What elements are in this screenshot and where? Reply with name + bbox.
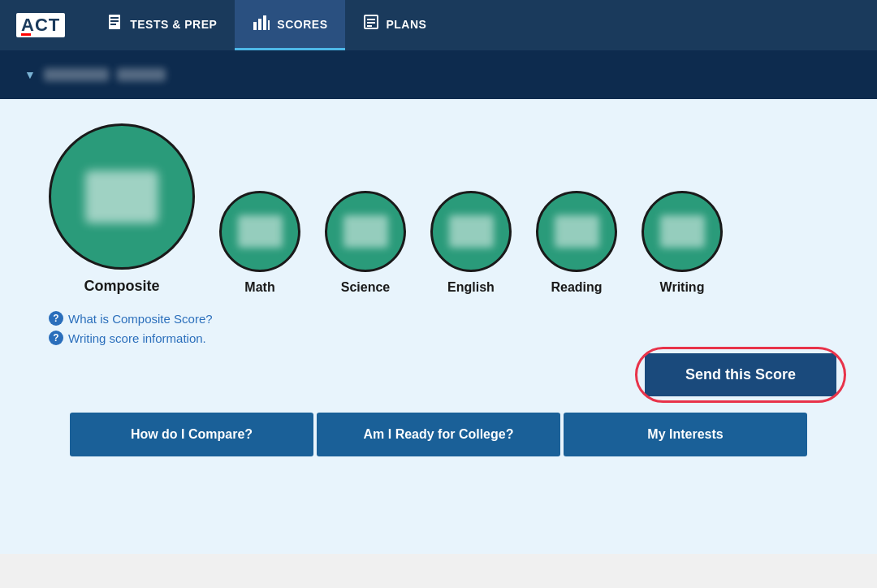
logo-underline: [21, 33, 31, 36]
reading-score: Reading: [536, 191, 617, 295]
nav-item-plans[interactable]: PLANS: [345, 0, 444, 50]
reading-label: Reading: [551, 280, 602, 295]
svg-rect-11: [367, 25, 372, 27]
act-logo: ACT: [16, 13, 65, 37]
send-score-button[interactable]: Send this Score: [645, 353, 836, 396]
svg-rect-3: [110, 24, 116, 25]
svg-rect-7: [268, 20, 270, 30]
writing-info-text: Writing score information.: [68, 331, 206, 345]
composite-label: Composite: [84, 278, 159, 295]
svg-rect-4: [253, 22, 257, 30]
scores-label: SCORES: [277, 18, 327, 31]
reading-circle: [536, 191, 617, 272]
scores-row: Composite Math Science English: [32, 123, 845, 295]
dropdown-arrow-icon: ▼: [24, 68, 36, 81]
writing-value-blurred: [660, 215, 705, 248]
composite-score: Composite: [49, 123, 195, 295]
main-content: Composite Math Science English: [0, 99, 877, 554]
send-score-area: Send this Score: [32, 353, 845, 396]
send-score-wrapper: Send this Score: [645, 353, 836, 396]
svg-rect-10: [367, 22, 375, 24]
english-circle: [430, 191, 512, 272]
score-links-section: ? What is Composite Score? ? Writing sco…: [32, 311, 845, 345]
english-score: English: [430, 191, 512, 295]
science-value-blurred: [343, 215, 388, 248]
nav-item-tests-prep[interactable]: TESTS & PREP: [89, 0, 235, 50]
reading-value-blurred: [555, 215, 599, 248]
math-value-blurred: [238, 215, 283, 248]
act-logo-container[interactable]: ACT: [16, 13, 65, 37]
composite-value-blurred: [85, 171, 158, 223]
am-i-ready-button[interactable]: Am I Ready for College?: [317, 413, 560, 456]
account-dropdown[interactable]: ▼: [24, 68, 166, 81]
scores-icon: [253, 14, 270, 34]
act-logo-text: ACT: [21, 15, 60, 35]
nav-item-scores[interactable]: SCORES: [235, 0, 345, 50]
navbar: ACT TESTS & PREP SCORES PLANS: [0, 0, 877, 50]
english-value-blurred: [449, 215, 494, 248]
subheader: ▼: [0, 50, 877, 99]
math-circle: [219, 191, 300, 272]
svg-rect-5: [258, 19, 261, 30]
math-score: Math: [219, 191, 300, 295]
math-label: Math: [244, 280, 274, 295]
science-score: Science: [325, 191, 406, 295]
composite-question-icon: ?: [49, 311, 63, 326]
writing-question-icon: ?: [49, 331, 63, 345]
svg-rect-1: [110, 17, 119, 19]
bottom-action-buttons: How do I Compare? Am I Ready for College…: [32, 413, 845, 456]
tests-prep-label: TESTS & PREP: [130, 18, 217, 31]
english-label: English: [447, 280, 495, 295]
composite-circle: [49, 123, 195, 270]
svg-rect-9: [367, 19, 375, 20]
svg-rect-6: [263, 15, 266, 30]
how-do-i-compare-button[interactable]: How do I Compare?: [70, 413, 313, 456]
writing-label: Writing: [660, 280, 705, 295]
plans-label: PLANS: [386, 18, 426, 31]
account-detail-blurred: [117, 68, 166, 81]
writing-circle: [642, 191, 723, 272]
science-circle: [325, 191, 406, 272]
account-name-blurred: [44, 68, 109, 81]
composite-info-link[interactable]: ? What is Composite Score?: [49, 311, 845, 326]
writing-score: Writing: [642, 191, 723, 295]
science-label: Science: [341, 280, 390, 295]
my-interests-button[interactable]: My Interests: [564, 413, 807, 456]
plans-icon: [363, 14, 379, 34]
svg-rect-2: [110, 20, 119, 22]
composite-info-text: What is Composite Score?: [68, 312, 213, 326]
tests-prep-icon: [107, 14, 123, 34]
writing-info-link[interactable]: ? Writing score information.: [49, 331, 845, 345]
